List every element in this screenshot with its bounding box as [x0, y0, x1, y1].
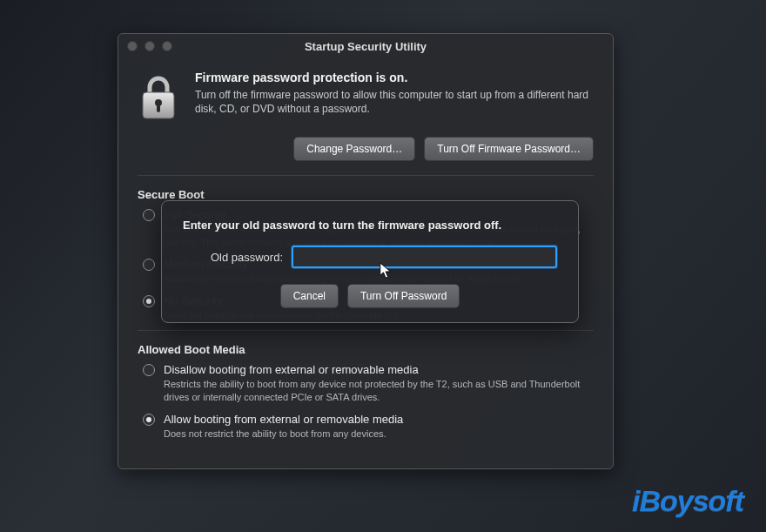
- hero-subtext: Turn off the firmware password to allow …: [195, 88, 594, 116]
- hero-section: Firmware password protection is on. Turn…: [138, 71, 594, 125]
- change-password-button[interactable]: Change Password…: [293, 137, 415, 161]
- radio-icon: [143, 414, 155, 426]
- sheet-buttons: Cancel Turn Off Password: [183, 284, 557, 308]
- password-sheet: Enter your old password to turn the firm…: [161, 200, 579, 323]
- watermark: iBoysoft: [632, 484, 743, 518]
- radio-desc: Restricts the ability to boot from any d…: [164, 378, 581, 404]
- secure-boot-title: Secure Boot: [138, 188, 594, 201]
- turn-off-firmware-button[interactable]: Turn Off Firmware Password…: [424, 137, 594, 161]
- turn-off-password-button[interactable]: Turn Off Password: [347, 284, 460, 308]
- sheet-prompt: Enter your old password to turn the firm…: [183, 219, 557, 232]
- radio-icon: [143, 364, 155, 376]
- radio-desc: Does not restrict the ability to boot fr…: [164, 428, 403, 441]
- svg-rect-2: [157, 104, 160, 112]
- hero-text: Firmware password protection is on. Turn…: [195, 71, 594, 125]
- radio-label: Disallow booting from external or remova…: [164, 363, 581, 376]
- firmware-buttons: Change Password… Turn Off Firmware Passw…: [138, 137, 594, 161]
- lock-icon: [138, 71, 179, 125]
- titlebar: Startup Security Utility: [118, 34, 613, 58]
- hero-heading: Firmware password protection is on.: [195, 71, 594, 84]
- allowed-boot-section: Allowed Boot Media Disallow booting from…: [138, 343, 594, 441]
- radio-icon: [143, 295, 155, 307]
- window-title: Startup Security Utility: [118, 40, 613, 53]
- old-password-input[interactable]: [292, 246, 557, 268]
- cancel-button[interactable]: Cancel: [280, 284, 339, 308]
- divider: [138, 175, 594, 176]
- radio-label: Allow booting from external or removable…: [164, 413, 403, 426]
- allowed-boot-title: Allowed Boot Media: [138, 343, 594, 356]
- password-field-row: Old password:: [183, 246, 557, 268]
- radio-icon: [143, 209, 155, 221]
- allowed-boot-option-allow[interactable]: Allow booting from external or removable…: [138, 413, 594, 441]
- password-field-label: Old password:: [183, 251, 283, 264]
- radio-icon: [143, 259, 155, 271]
- allowed-boot-option-disallow[interactable]: Disallow booting from external or remova…: [138, 363, 594, 404]
- divider: [138, 330, 594, 331]
